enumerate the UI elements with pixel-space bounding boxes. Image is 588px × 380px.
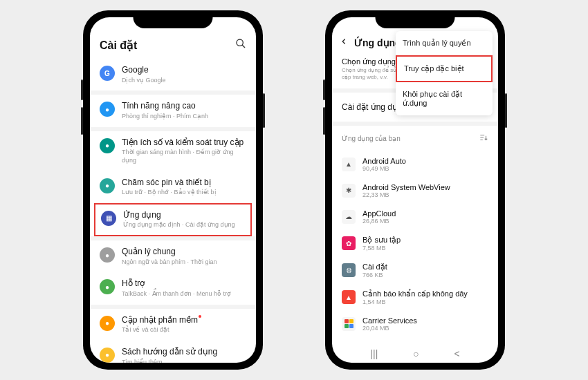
item-title: Chăm sóc pin và thiết bị	[122, 178, 246, 189]
app-title: Android Auto	[362, 157, 406, 165]
item-title: Google	[122, 65, 246, 76]
overflow-menu: Trình quản lý quyềnTruy cập đặc biệtKhôi…	[396, 31, 493, 115]
item-sub: Lưu trữ · Bộ nhớ · Bảo vệ thiết bị	[122, 189, 246, 197]
phone-left: Cài đặt GGoogleDịch vụ Google●Tính năng …	[83, 10, 263, 370]
menu-item[interactable]: Khôi phục cài đặt ứ.dụng	[396, 82, 493, 115]
app-row[interactable]: ▲Cảnh báo khẩn cấp không dây1,54 MB	[332, 284, 498, 311]
settings-item[interactable]: ●Cập nhật phần mềmTải về và cài đặt	[90, 309, 256, 341]
app-title: Bộ sưu tập	[362, 236, 401, 245]
settings-icon: ⚙	[342, 263, 356, 277]
app-title: Android System WebView	[362, 183, 450, 191]
nav-bar: ||| ○ <	[332, 348, 498, 359]
settings-item[interactable]: GGoogleDịch vụ Google	[90, 59, 256, 91]
update-icon: ●	[100, 316, 115, 331]
app-row[interactable]: ⚙Cài đặt766 KB	[332, 257, 498, 284]
app-row[interactable]: Carrier Services20,04 MB	[332, 311, 498, 337]
item-sub: Tìm hiểu thêm	[122, 359, 246, 363]
item-title: Hỗ trợ	[122, 278, 246, 289]
nav-recent-icon[interactable]: |||	[370, 348, 378, 359]
android-auto-icon: ▲	[342, 158, 356, 171]
item-sub: Ngôn ngữ và bàn phím · Thời gian	[122, 258, 246, 267]
item-title: Quản lý chung	[122, 247, 246, 258]
sort-icon[interactable]	[479, 133, 488, 144]
accessibility-icon: ●	[100, 279, 115, 294]
nav-home-icon[interactable]: ○	[413, 348, 419, 359]
app-size: 766 KB	[362, 272, 387, 278]
nav-back-icon[interactable]: <	[454, 348, 459, 359]
svg-line-1	[242, 45, 245, 48]
item-sub: Ứng dụng mặc định · Cài đặt ứng dụng	[123, 221, 245, 229]
settings-item[interactable]: ●Chăm sóc pin và thiết bịLưu trữ · Bộ nh…	[90, 171, 256, 203]
gallery-icon: ✿	[342, 236, 356, 250]
power-button	[505, 93, 507, 128]
item-title: Tính năng nâng cao	[122, 101, 246, 112]
settings-item[interactable]: ●Hỗ trợTalkBack · Ẩm thanh đơn · Menu hỗ…	[90, 272, 256, 304]
filter-label[interactable]: Ứng dụng của bạn	[342, 135, 401, 142]
apps-icon: ▦	[101, 211, 116, 226]
google-icon: G	[100, 66, 115, 81]
page-title: Cài đặt	[100, 39, 137, 52]
item-sub: Dịch vụ Google	[122, 77, 246, 85]
general-icon: ●	[100, 247, 115, 263]
item-title: Cập nhật phần mềm	[122, 315, 246, 326]
app-row[interactable]: ☁AppCloud26,86 MB	[332, 204, 498, 230]
item-sub: Phòng thí nghiệm · Phím Cạnh	[122, 113, 246, 121]
phone-right: Ứng dụng Trình quản lý quyềnTruy cập đặc…	[325, 10, 505, 370]
notch	[134, 10, 213, 28]
settings-item[interactable]: ●Sách hướng dẫn sử dụngTìm hiểu thêm	[90, 341, 256, 363]
wellbeing-icon: ●	[100, 138, 115, 153]
appcloud-icon: ☁	[342, 210, 356, 224]
power-button	[263, 93, 265, 128]
back-icon[interactable]	[339, 37, 349, 49]
item-title: Ứng dụng	[123, 210, 245, 221]
settings-item[interactable]: ●Tiện ích số và kiểm soát truy cậpThời g…	[90, 131, 256, 171]
settings-item[interactable]: ▦Ứng dụngỨng dụng mặc định · Cài đặt ứng…	[95, 205, 250, 235]
app-row[interactable]: ▲Android Auto90,49 MB	[332, 151, 498, 178]
app-title: Cài đặt	[362, 263, 387, 272]
settings-item[interactable]: ●Quản lý chungNgôn ngữ và bàn phím · Thờ…	[90, 240, 256, 272]
app-size: 22,33 MB	[362, 191, 450, 198]
item-sub: Thời gian sáng màn hình · Đếm giờ ứng dụ…	[122, 149, 246, 164]
app-row[interactable]: ✿Bộ sưu tập7,58 MB	[332, 230, 498, 257]
settings-item[interactable]: ●Tính năng nâng caoPhòng thí nghiệm · Ph…	[90, 95, 256, 126]
app-row[interactable]: ✱Android System WebView22,33 MB	[332, 178, 498, 204]
app-title: Carrier Services	[362, 316, 417, 325]
carrier-icon	[342, 317, 356, 331]
volume-button	[323, 79, 325, 100]
item-title: Sách hướng dẫn sử dụng	[122, 347, 246, 358]
search-icon[interactable]	[235, 38, 246, 52]
manual-icon: ●	[100, 348, 115, 363]
svg-point-0	[237, 39, 243, 46]
item-sub: TalkBack · Ẩm thanh đơn · Menu hỗ trợ	[122, 290, 246, 298]
app-size: 26,86 MB	[362, 218, 396, 225]
webview-icon: ✱	[342, 184, 356, 198]
item-sub: Tải về và cài đặt	[122, 326, 246, 334]
emergency-icon: ▲	[342, 290, 356, 304]
app-size: 7,58 MB	[362, 245, 401, 251]
app-size: 1,54 MB	[362, 298, 468, 305]
volume-button	[81, 79, 83, 100]
menu-item[interactable]: Truy cập đặc biệt	[396, 55, 493, 82]
notch	[376, 10, 455, 28]
app-size: 90,49 MB	[362, 165, 406, 172]
volume-button	[323, 107, 325, 135]
page-title: Ứng dụng	[354, 37, 401, 48]
app-title: Cảnh báo khẩn cấp không dây	[362, 289, 468, 298]
menu-item[interactable]: Trình quản lý quyền	[396, 31, 493, 55]
app-title: AppCloud	[362, 209, 396, 218]
app-size: 20,04 MB	[362, 325, 417, 332]
item-title: Tiện ích số và kiểm soát truy cập	[122, 137, 246, 149]
volume-button	[81, 107, 83, 135]
battery-icon: ●	[100, 178, 115, 193]
advanced-icon: ●	[100, 102, 115, 117]
